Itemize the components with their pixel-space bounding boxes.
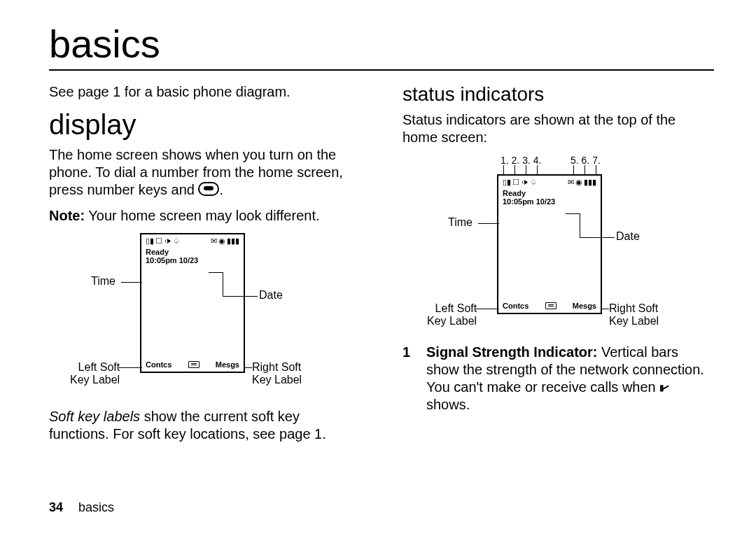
lead-left-soft <box>119 367 142 368</box>
callout-left-soft-1: Left Soft <box>78 361 120 373</box>
lead-date-v-2 <box>580 213 580 237</box>
callout-right-soft-2: Key Label <box>252 374 302 386</box>
callout-date: Date <box>259 289 283 302</box>
speaker-icon-2: 🕩 <box>521 178 528 186</box>
bell-icon: ♤ <box>173 237 180 245</box>
lead-right-soft <box>244 367 252 368</box>
status-paragraph: Status indicators are shown at the top o… <box>402 111 714 146</box>
numbers-right: 5. 6. 7. <box>570 155 601 166</box>
callout-right-soft: Right Soft Key Label <box>252 361 302 386</box>
lead-date-h2 <box>223 296 258 297</box>
callout-left-soft-2: Left Soft Key Label <box>427 302 477 327</box>
menu-key-icon <box>188 361 200 368</box>
status-heading: status indicators <box>402 83 714 106</box>
callout-time: Time <box>91 275 115 288</box>
battery-icon: ▮▮▮ <box>227 237 239 245</box>
display-para-text: The home screen shows when you turn on t… <box>49 147 343 197</box>
manual-page: basics See page 1 for a basic phone diag… <box>0 0 756 536</box>
status-left-icons-2: ▯▮ ☐ 🕩 ♤ <box>503 178 537 186</box>
lead-time-2 <box>478 223 499 224</box>
lead-right-soft-2 <box>601 309 609 309</box>
callout-left-soft-2-2: Key Label <box>427 315 477 327</box>
soft-key-bar: Contcs Mesgs <box>146 360 239 369</box>
callout-time-2: Time <box>448 216 472 229</box>
data-icon-2: ☐ <box>512 178 519 186</box>
softkey-lead: Soft key labels <box>49 409 140 424</box>
lead-time <box>121 282 142 283</box>
callout-left-soft: Left Soft Key Label <box>70 361 120 386</box>
callout-right-soft-2b: Right Soft Key Label <box>609 302 659 327</box>
phone-time-date: 10:05pm 10/23 <box>146 256 239 265</box>
ok-key-icon <box>198 182 219 196</box>
lead-n3 <box>526 165 526 175</box>
callout-right-soft-1-2: Right Soft <box>609 302 658 314</box>
note-text: Your home screen may look different. <box>85 208 319 223</box>
bell-icon-2: ♤ <box>530 178 537 186</box>
right-column: status indicators Status indicators are … <box>402 83 714 451</box>
status-right-icons: ✉ ◉ ▮▮▮ <box>211 237 239 245</box>
item-number: 1 <box>402 344 414 414</box>
phone-ready-text-2: Ready <box>503 189 596 197</box>
lead-date-h1 <box>209 272 223 273</box>
globe-icon-2: ◉ <box>575 178 582 186</box>
indicator-item-1: 1 Signal Strength Indicator: Vertical ba… <box>402 344 714 414</box>
phone-frame: ▯▮ ☐ 🕩 ♤ ✉ ◉ ▮▮▮ Ready 10:05pm 10/23 <box>140 233 245 373</box>
status-indicator-diagram: 1. 2. 3. 4. 5. 6. 7. ▯▮ ☐ 🕩 <box>402 155 714 337</box>
home-screen-diagram: ▯▮ ☐ 🕩 ♤ ✉ ◉ ▮▮▮ Ready 10:05pm 10/23 <box>49 233 360 401</box>
page-title: basics <box>49 21 714 66</box>
lead-date-h1-2 <box>566 213 580 214</box>
two-column-layout: See page 1 for a basic phone diagram. di… <box>49 83 714 451</box>
status-right-icons-2: ✉ ◉ ▮▮▮ <box>568 178 596 186</box>
lead-date-h2-2 <box>580 237 615 238</box>
lead-n7 <box>596 165 596 175</box>
status-bar: ▯▮ ☐ 🕩 ♤ ✉ ◉ ▮▮▮ <box>146 237 239 245</box>
phone-time-date-2: 10:05pm 10/23 <box>503 197 596 206</box>
page-footer: 34basics <box>49 500 114 515</box>
softkey-paragraph: Soft key labels show the current soft ke… <box>49 408 360 443</box>
page-number: 34 <box>49 500 63 514</box>
footer-section: basics <box>78 500 114 514</box>
speaker-icon: 🕩 <box>164 237 172 245</box>
left-column: See page 1 for a basic phone diagram. di… <box>49 83 360 451</box>
item-tail: shows. <box>426 397 470 412</box>
title-rule <box>49 69 714 71</box>
no-signal-icon <box>659 383 669 393</box>
callout-left-soft-1-2: Left Soft <box>435 302 477 314</box>
menu-key-icon-2 <box>545 302 556 309</box>
lead-left-soft-2 <box>476 309 499 309</box>
envelope-icon: ✉ <box>211 237 217 245</box>
phone-frame-2: ▯▮ ☐ 🕩 ♤ ✉ ◉ ▮▮▮ Ready 10:05pm 10/23 <box>497 174 602 314</box>
display-heading: display <box>49 109 360 141</box>
note-line: Note: Your home screen may look differen… <box>49 207 360 225</box>
lead-n4 <box>537 165 538 175</box>
callout-date-2: Date <box>616 230 640 243</box>
battery-icon-2: ▮▮▮ <box>584 178 596 186</box>
lead-n5 <box>573 165 574 175</box>
item-body: Signal Strength Indicator: Vertical bars… <box>426 344 714 414</box>
globe-icon: ◉ <box>218 237 225 245</box>
numbers-left: 1. 2. 3. 4. <box>500 155 541 166</box>
callout-right-soft-2-2: Key Label <box>609 315 659 327</box>
callout-left-soft-2: Key Label <box>70 374 120 386</box>
status-left-icons: ▯▮ ☐ 🕩 ♤ <box>146 237 180 245</box>
see-page-text: See page 1 for a basic phone diagram. <box>49 83 360 101</box>
soft-right-label: Mesgs <box>216 360 239 369</box>
signal-icon-2: ▯▮ <box>503 178 511 186</box>
callout-right-soft-1: Right Soft <box>252 361 301 373</box>
soft-right-label-2: Mesgs <box>573 302 596 310</box>
display-paragraph: The home screen shows when you turn on t… <box>49 146 360 199</box>
lead-n1 <box>503 165 504 175</box>
soft-key-bar-2: Contcs Mesgs <box>503 302 596 310</box>
signal-icon: ▯▮ <box>146 237 154 245</box>
item-label: Signal Strength Indicator: <box>426 344 597 360</box>
lead-n2 <box>514 165 515 175</box>
status-bar-2: ▯▮ ☐ 🕩 ♤ ✉ ◉ ▮▮▮ <box>503 178 596 186</box>
phone-ready-text: Ready <box>146 248 239 256</box>
note-label: Note: <box>49 208 85 223</box>
soft-left-label: Contcs <box>146 360 172 369</box>
soft-left-label-2: Contcs <box>503 302 528 310</box>
envelope-icon-2: ✉ <box>568 178 574 186</box>
lead-date-v <box>223 272 223 296</box>
lead-n6 <box>584 165 585 175</box>
display-para-tail: . <box>219 182 223 197</box>
